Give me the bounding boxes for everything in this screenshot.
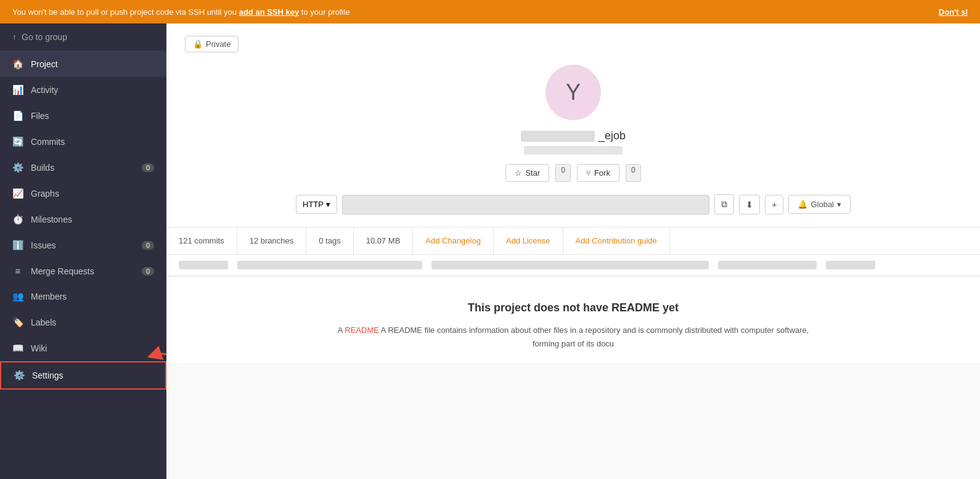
sidebar-label-labels: Labels bbox=[31, 317, 56, 327]
members-icon: 👥 bbox=[12, 291, 23, 302]
sidebar-label-project: Project bbox=[31, 59, 58, 69]
readme-title: This project does not have README yet bbox=[185, 301, 962, 314]
issues-icon: ℹ️ bbox=[12, 240, 23, 251]
project-name-blurred-1 bbox=[521, 131, 595, 142]
file-cell-1 bbox=[179, 261, 228, 269]
builds-badge: 0 bbox=[142, 163, 154, 172]
sidebar-item-milestones[interactable]: ⏱️ Milestones bbox=[0, 207, 166, 232]
sidebar-label-builds: Builds bbox=[31, 163, 54, 173]
sidebar-item-settings[interactable]: ⚙️ Settings bbox=[0, 361, 166, 390]
dismiss-link[interactable]: Don't sl bbox=[939, 7, 968, 17]
commits-stat[interactable]: 121 commits bbox=[166, 227, 237, 254]
readme-link: README bbox=[345, 325, 379, 335]
sidebar-label-graphs: Graphs bbox=[31, 189, 59, 199]
sidebar-item-issues[interactable]: ℹ️ Issues 0 bbox=[0, 232, 166, 258]
file-cell-5 bbox=[826, 261, 875, 269]
branches-stat[interactable]: 12 branches bbox=[237, 227, 307, 254]
sidebar-label-members: Members bbox=[31, 292, 67, 301]
builds-icon: ⚙️ bbox=[12, 162, 23, 173]
sidebar-label-settings: Settings bbox=[32, 371, 63, 380]
file-browser bbox=[166, 255, 980, 277]
group-icon: ↑ bbox=[12, 32, 17, 42]
sidebar-label-milestones: Milestones bbox=[31, 215, 72, 224]
download-button[interactable]: ⬇ bbox=[739, 195, 760, 215]
sidebar-label-files: Files bbox=[31, 111, 49, 121]
add-button[interactable]: + bbox=[765, 195, 783, 215]
activity-icon: 📊 bbox=[12, 84, 23, 96]
files-icon: 📄 bbox=[12, 110, 23, 121]
sidebar-item-graphs[interactable]: 📈 Graphs bbox=[0, 181, 166, 207]
project-name-area: _ejob bbox=[521, 129, 626, 155]
add-license-link[interactable]: Add License bbox=[494, 227, 563, 254]
settings-arrow-wrapper: ⚙️ Settings bbox=[0, 361, 166, 390]
sidebar-item-project[interactable]: 🏠 Project bbox=[0, 51, 166, 77]
main-content: 🔒 Private Y _ejob ☆ Star bbox=[166, 23, 980, 479]
go-to-group[interactable]: ↑ Go to group bbox=[0, 23, 166, 51]
file-cell-3 bbox=[431, 261, 709, 269]
fork-icon: ⑂ bbox=[586, 168, 591, 178]
sidebar-label-issues: Issues bbox=[31, 240, 55, 250]
download-icon: ⬇ bbox=[746, 200, 753, 210]
sidebar-item-labels[interactable]: 🏷️ Labels bbox=[0, 309, 166, 335]
notification-text: You won't be able to pull or push projec… bbox=[12, 7, 350, 17]
fork-button[interactable]: ⑂ Fork bbox=[577, 164, 619, 182]
add-contribution-link[interactable]: Add Contribution guide bbox=[563, 227, 670, 254]
bell-icon: 🔔 bbox=[798, 200, 807, 209]
copy-button[interactable]: ⧉ bbox=[714, 194, 734, 215]
chevron-down-icon-2: ▾ bbox=[837, 200, 841, 209]
star-icon: ☆ bbox=[515, 168, 522, 178]
settings-icon: ⚙️ bbox=[14, 370, 25, 381]
project-name-visible: _ejob bbox=[598, 129, 626, 142]
star-button[interactable]: ☆ Star bbox=[505, 164, 549, 182]
notification-bar: You won't be able to pull or push projec… bbox=[0, 0, 980, 23]
sidebar-item-builds[interactable]: ⚙️ Builds 0 bbox=[0, 155, 166, 181]
sidebar: ↑ Go to group 🏠 Project 📊 Activity 📄 Fil… bbox=[0, 23, 166, 479]
file-row bbox=[166, 255, 980, 276]
private-badge: 🔒 Private bbox=[185, 36, 239, 52]
lock-icon: 🔒 bbox=[193, 39, 203, 49]
readme-section: This project does not have README yet A … bbox=[166, 277, 980, 363]
project-actions: ☆ Star 0 ⑂ Fork 0 bbox=[505, 164, 640, 182]
notification-button[interactable]: 🔔 Global ▾ bbox=[788, 195, 851, 214]
plus-icon: + bbox=[772, 200, 777, 210]
sidebar-item-members[interactable]: 👥 Members bbox=[0, 284, 166, 309]
stats-bar: 121 commits 12 branches 0 tags 10.07 MB … bbox=[166, 227, 980, 255]
protocol-select[interactable]: HTTP ▾ bbox=[296, 195, 337, 214]
url-bar: HTTP ▾ ⧉ ⬇ + 🔔 Global ▾ bbox=[296, 194, 851, 215]
sidebar-item-activity[interactable]: 📊 Activity bbox=[0, 77, 166, 103]
sidebar-nav: 🏠 Project 📊 Activity 📄 Files 🔄 Commits ⚙… bbox=[0, 51, 166, 479]
sidebar-label-merge-requests: Merge Requests bbox=[31, 266, 94, 276]
sidebar-item-commits[interactable]: 🔄 Commits bbox=[0, 129, 166, 155]
commits-icon: 🔄 bbox=[12, 136, 23, 147]
sidebar-item-wiki[interactable]: 📖 Wiki bbox=[0, 335, 166, 361]
tags-stat[interactable]: 0 tags bbox=[306, 227, 353, 254]
milestones-icon: ⏱️ bbox=[12, 214, 23, 225]
sidebar-label-activity: Activity bbox=[31, 85, 58, 95]
readme-text: A README A README file contains informat… bbox=[327, 324, 820, 351]
merge-requests-icon: ≡ bbox=[12, 266, 23, 276]
project-header: 🔒 Private Y _ejob ☆ Star bbox=[166, 23, 980, 227]
graphs-icon: 📈 bbox=[12, 188, 23, 199]
avatar: Y bbox=[545, 65, 601, 120]
copy-icon: ⧉ bbox=[721, 199, 727, 209]
sidebar-item-files[interactable]: 📄 Files bbox=[0, 103, 166, 129]
sidebar-item-merge-requests[interactable]: ≡ Merge Requests 0 bbox=[0, 258, 166, 284]
issues-badge: 0 bbox=[142, 241, 154, 250]
file-cell-4 bbox=[718, 261, 817, 269]
wiki-icon: 📖 bbox=[12, 343, 23, 354]
star-count: 0 bbox=[555, 164, 571, 182]
labels-icon: 🏷️ bbox=[12, 317, 23, 328]
merge-requests-badge: 0 bbox=[142, 267, 154, 276]
sidebar-label-commits: Commits bbox=[31, 137, 65, 147]
fork-count: 0 bbox=[626, 164, 641, 182]
chevron-down-icon: ▾ bbox=[326, 200, 330, 209]
ssh-key-link[interactable]: add an SSH key bbox=[239, 7, 300, 17]
home-icon: 🏠 bbox=[12, 59, 23, 70]
sidebar-label-wiki: Wiki bbox=[31, 343, 47, 353]
file-cell-2 bbox=[237, 261, 422, 269]
url-input[interactable] bbox=[342, 195, 709, 215]
add-changelog-link[interactable]: Add Changelog bbox=[413, 227, 494, 254]
project-sub-blurred bbox=[524, 146, 623, 155]
size-stat: 10.07 MB bbox=[354, 227, 414, 254]
